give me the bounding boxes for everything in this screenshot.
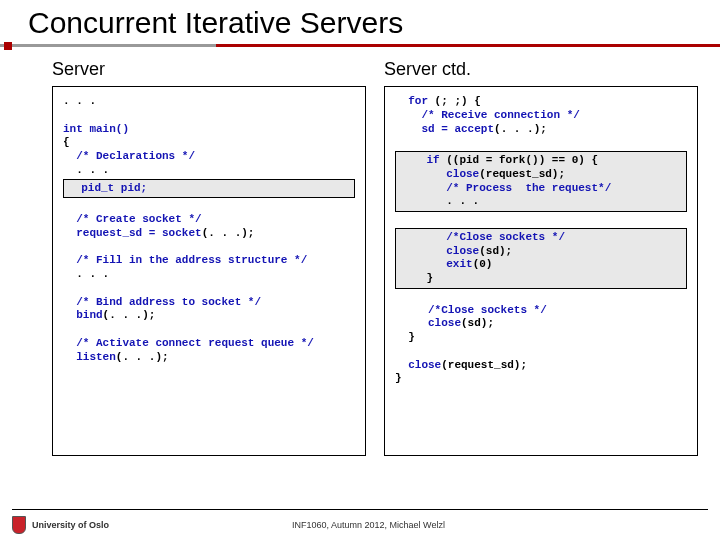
code-line: int main() xyxy=(63,123,355,137)
code-line xyxy=(63,199,355,213)
code-line xyxy=(63,109,355,123)
page-title: Concurrent Iterative Servers xyxy=(0,6,720,40)
code-line: /* Activate connect request queue */ xyxy=(63,337,355,351)
code-line: . . . xyxy=(63,95,355,109)
code-line: listen(. . .); xyxy=(63,351,355,365)
code-line: bind(. . .); xyxy=(63,309,355,323)
footer-rule xyxy=(12,509,708,510)
code-line: for (; ;) { xyxy=(395,95,687,109)
left-column-heading: Server xyxy=(52,59,366,80)
code-line: /* Create socket */ xyxy=(63,213,355,227)
title-rule-red xyxy=(216,44,720,47)
code-line: /* Receive connection */ xyxy=(395,109,687,123)
code-line: close(request_sd); xyxy=(395,359,687,373)
code-line: { xyxy=(63,136,355,150)
code-line xyxy=(63,241,355,255)
code-line xyxy=(63,282,355,296)
code-line: sd = accept(. . .); xyxy=(395,123,687,137)
code-line xyxy=(395,136,687,150)
right-column-heading: Server ctd. xyxy=(384,59,698,80)
code-line xyxy=(395,345,687,359)
footer-left-text: University of Oslo xyxy=(32,520,109,530)
highlight-child-close-block: /*Close sockets */ close(sd); exit(0) } xyxy=(395,228,687,289)
left-code-box: . . . int main() { /* Declarations */ . … xyxy=(52,86,366,456)
code-line xyxy=(395,213,687,227)
code-line: /* Fill in the address structure */ xyxy=(63,254,355,268)
footer-left: University of Oslo xyxy=(12,516,109,534)
code-line: /*Close sockets */ xyxy=(395,304,687,318)
university-shield-icon xyxy=(12,516,26,534)
code-line xyxy=(63,323,355,337)
highlight-pid-decl: pid_t pid; xyxy=(63,179,355,199)
code-line: . . . xyxy=(63,268,355,282)
code-line: /* Bind address to socket */ xyxy=(63,296,355,310)
code-line: } xyxy=(395,331,687,345)
title-bullet xyxy=(4,42,12,50)
code-line: request_sd = socket(. . .); xyxy=(63,227,355,241)
code-line xyxy=(395,290,687,304)
code-line: . . . xyxy=(63,164,355,178)
code-line: /* Declarations */ xyxy=(63,150,355,164)
code-line: } xyxy=(395,372,687,386)
highlight-fork-block: if ((pid = fork()) == 0) { close(request… xyxy=(395,151,687,212)
right-code-box: for (; ;) { /* Receive connection */ sd … xyxy=(384,86,698,456)
code-line: close(sd); xyxy=(395,317,687,331)
footer-center: INF1060, Autumn 2012, Michael Welzl xyxy=(109,520,628,534)
